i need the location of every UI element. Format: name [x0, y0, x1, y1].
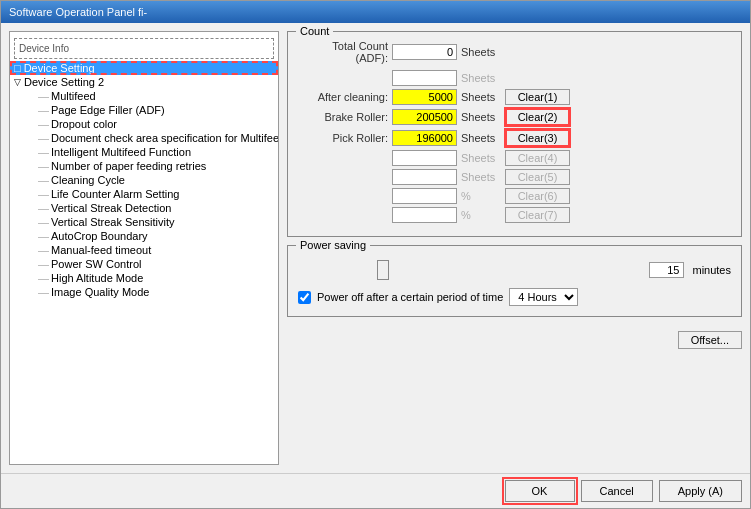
brake-roller-value[interactable]	[392, 109, 457, 125]
clear3-button[interactable]: Clear(3)	[505, 129, 570, 147]
clear6-button: Clear(6)	[505, 188, 570, 204]
blank-row-7: % Clear(7)	[298, 207, 731, 223]
after-cleaning-unit: Sheets	[461, 91, 501, 103]
clear5-button: Clear(5)	[505, 169, 570, 185]
power-saving-slider[interactable]	[298, 260, 641, 280]
minutes-label: minutes	[692, 264, 731, 276]
blank-value-1[interactable]	[392, 70, 457, 86]
count-title: Count	[296, 25, 333, 37]
offset-row: Offset...	[287, 331, 742, 349]
offset-button[interactable]: Offset...	[678, 331, 742, 349]
sidebar-item-power-sw[interactable]: — Power SW Control	[10, 257, 278, 271]
clear7-button: Clear(7)	[505, 207, 570, 223]
blank-row-4: Sheets Clear(4)	[298, 150, 731, 166]
window-title: Software Operation Panel fi-	[9, 6, 147, 18]
pick-roller-unit: Sheets	[461, 132, 501, 144]
sidebar-item-dropout[interactable]: — Dropout color	[10, 117, 278, 131]
main-window: Software Operation Panel fi- Device Info…	[0, 0, 751, 509]
power-off-checkbox[interactable]	[298, 291, 311, 304]
power-off-label: Power off after a certain period of time	[317, 291, 503, 303]
count-group: Count Total Count (ADF): Sheets Sheets A…	[287, 31, 742, 237]
title-bar: Software Operation Panel fi-	[1, 1, 750, 23]
minutes-input[interactable]	[649, 262, 684, 278]
power-saving-title: Power saving	[296, 239, 370, 251]
sidebar-item-image-quality[interactable]: — Image Quality Mode	[10, 285, 278, 299]
sidebar-item-streak-sensitivity[interactable]: — Vertical Streak Sensitivity	[10, 215, 278, 229]
sidebar-item-cleaning[interactable]: — Cleaning Cycle	[10, 173, 278, 187]
sidebar-item-life-counter[interactable]: — Life Counter Alarm Setting	[10, 187, 278, 201]
total-count-value[interactable]	[392, 44, 457, 60]
tree-panel[interactable]: Device Info □ Device Setting ▽ Device Se…	[9, 31, 279, 465]
after-cleaning-label: After cleaning:	[298, 91, 388, 103]
blank-value-6[interactable]	[392, 188, 457, 204]
blank-unit-1: Sheets	[461, 72, 501, 84]
brake-roller-unit: Sheets	[461, 111, 501, 123]
pick-roller-value[interactable]	[392, 130, 457, 146]
hours-select[interactable]: 4 Hours 1 Hour 2 Hours 8 Hours	[509, 288, 578, 306]
sidebar-item-intelligent[interactable]: — Intelligent Multifeed Function	[10, 145, 278, 159]
power-off-row: Power off after a certain period of time…	[298, 288, 731, 306]
after-cleaning-row: After cleaning: Sheets Clear(1)	[298, 89, 731, 105]
window-content: Device Info □ Device Setting ▽ Device Se…	[1, 23, 750, 473]
sidebar-item-page-edge[interactable]: — Page Edge Filler (ADF)	[10, 103, 278, 117]
device-info-group: Device Info	[14, 38, 274, 59]
collapse-icon2: ▽	[14, 77, 21, 87]
brake-roller-row: Brake Roller: Sheets Clear(2)	[298, 108, 731, 126]
sidebar-item-paper-retries[interactable]: — Number of paper feeding retries	[10, 159, 278, 173]
sidebar-item-device-setting[interactable]: □ Device Setting	[10, 61, 278, 75]
sidebar-item-multifeed[interactable]: — Multifeed	[10, 89, 278, 103]
sidebar-item-streak-detection[interactable]: — Vertical Streak Detection	[10, 201, 278, 215]
clear1-button[interactable]: Clear(1)	[505, 89, 570, 105]
total-count-label: Total Count (ADF):	[298, 40, 388, 64]
blank-row-5: Sheets Clear(5)	[298, 169, 731, 185]
expand-icon: □	[14, 62, 21, 74]
total-count-row: Total Count (ADF): Sheets	[298, 40, 731, 64]
sidebar-item-manual-feed[interactable]: — Manual-feed timeout	[10, 243, 278, 257]
brake-roller-label: Brake Roller:	[298, 111, 388, 123]
slider-container: minutes	[298, 260, 731, 280]
clear2-button[interactable]: Clear(2)	[505, 108, 570, 126]
after-cleaning-value[interactable]	[392, 89, 457, 105]
blank-row-6: % Clear(6)	[298, 188, 731, 204]
sheets-row-blank: Sheets	[298, 70, 731, 86]
apply-button[interactable]: Apply (A)	[659, 480, 742, 502]
bottom-bar: OK Cancel Apply (A)	[1, 473, 750, 508]
pick-roller-row: Pick Roller: Sheets Clear(3)	[298, 129, 731, 147]
clear4-button: Clear(4)	[505, 150, 570, 166]
cancel-button[interactable]: Cancel	[581, 480, 653, 502]
power-saving-group: Power saving minutes Power off after a c…	[287, 245, 742, 317]
blank-value-4[interactable]	[392, 150, 457, 166]
blank-value-5[interactable]	[392, 169, 457, 185]
ok-button[interactable]: OK	[505, 480, 575, 502]
sidebar-item-autocrop[interactable]: — AutoCrop Boundary	[10, 229, 278, 243]
device-info-label: Device Info	[19, 43, 69, 54]
total-unit: Sheets	[461, 46, 501, 58]
sidebar-item-document-check[interactable]: — Document check area specification for …	[10, 131, 278, 145]
right-panel: Count Total Count (ADF): Sheets Sheets A…	[287, 31, 742, 465]
blank-value-7[interactable]	[392, 207, 457, 223]
device-setting-label: Device Setting	[24, 62, 95, 74]
device-setting2-label: Device Setting 2	[24, 76, 104, 88]
sidebar-item-altitude[interactable]: — High Altitude Mode	[10, 271, 278, 285]
sidebar-item-device-setting2[interactable]: ▽ Device Setting 2	[10, 75, 278, 89]
pick-roller-label: Pick Roller:	[298, 132, 388, 144]
